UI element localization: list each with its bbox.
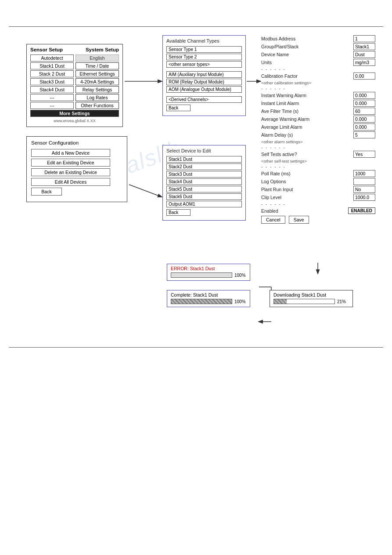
relay-btn[interactable]: Relay Settings — [76, 86, 119, 93]
other-types-btn[interactable]: <other sensor types> — [166, 61, 242, 68]
sensor-config-back-btn[interactable]: Back — [31, 188, 62, 196]
avg-warning-alarm-row: Average Warning Alarm 0.000 — [261, 116, 375, 123]
self-test-value[interactable]: Yes — [353, 151, 375, 158]
sensor-config-title: Sensor Configuration — [31, 140, 122, 145]
clip-level-row: Clip Level 1000.0 — [261, 194, 375, 201]
downloading-progress-bar-container: 21% — [273, 299, 349, 304]
error-progress-box: ERROR: Stack1 Dust 100% — [167, 264, 250, 281]
ss-row-3: Stack 2 Dust Ethernet Settings — [30, 70, 119, 77]
autodetect-btn[interactable]: Autodetect — [30, 54, 74, 62]
alarm-delay-label: Alarm Delay (s) — [261, 132, 353, 138]
modbus-address-label: Modbus Address — [261, 36, 353, 41]
alarm-delay-value[interactable]: 5 — [353, 131, 375, 138]
avg-warning-alarm-value[interactable]: 0.000 — [353, 116, 375, 123]
bottom-border — [9, 347, 383, 348]
downloading-progress-label: Downloading Stack1 Dust — [273, 292, 349, 297]
sensor-type1-btn[interactable]: Sensor Type 1 — [166, 46, 242, 53]
sensor-type2-btn[interactable]: Sensor Type 2 — [166, 54, 242, 60]
poll-rate-row: Poll Rate (ms) 1000 — [261, 170, 375, 177]
cancel-btn[interactable]: Cancel — [261, 216, 285, 224]
other-calibration-text: <other calibration settings> — [261, 80, 375, 85]
instant-warning-alarm-value[interactable]: 0.000 — [353, 92, 375, 99]
dotted-5: - - - - - - — [261, 202, 375, 207]
stack6dust-select-btn[interactable]: Stack6 Dust — [166, 193, 242, 200]
sensor-setup-header: Sensor Setup System Setup — [30, 47, 119, 52]
english-btn[interactable]: English — [76, 54, 119, 62]
units-row: Units mg/m3 — [261, 59, 375, 66]
ss-row-4: Stack3 Dust 4-20mA Settings — [30, 78, 119, 85]
enabled-label: Enabled — [261, 208, 348, 214]
dash2-btn[interactable]: --- — [30, 102, 74, 109]
device-name-value[interactable]: Dust — [353, 51, 375, 58]
stack1dust-btn[interactable]: Stack1 Dust — [30, 62, 74, 69]
error-progress-label: ERROR: Stack1 Dust — [171, 266, 246, 271]
top-border — [9, 26, 383, 27]
stack2dust-btn[interactable]: Stack 2 Dust — [30, 70, 74, 77]
timedate-btn[interactable]: Time / Date — [76, 62, 119, 69]
edit-all-btn[interactable]: Edit All Devices — [31, 178, 110, 186]
channel-types-back-btn[interactable]: Back — [166, 105, 191, 111]
ave-filter-time-value[interactable]: 60 — [353, 108, 375, 115]
stack5dust-select-btn[interactable]: Stack5 Dust — [166, 186, 242, 192]
plant-run-input-value[interactable]: No — [353, 186, 375, 193]
plant-run-input-label: Plant Run Input — [261, 187, 353, 192]
add-new-device-btn[interactable]: Add a New Device — [31, 149, 110, 157]
stack3dust-btn[interactable]: Stack3 Dust — [30, 78, 74, 85]
ave-filter-time-row: Ave Filter Time (s) 60 — [261, 108, 375, 115]
system-setup-title: System Setup — [86, 47, 119, 52]
complete-progress-label: Complete: Stack1 Dust — [171, 292, 246, 297]
group-plant-stack-value[interactable]: Stack1 — [353, 43, 375, 50]
calibration-factor-label: Calibration Factor — [261, 73, 353, 79]
channel-types-title: Available Channel Types — [166, 38, 242, 44]
ave-filter-time-label: Ave Filter Time (s) — [261, 109, 353, 114]
downloading-progress-box: Downloading Stack1 Dust 21% — [270, 290, 353, 307]
aom-btn[interactable]: AOM (Analogue Output Module) — [166, 86, 242, 93]
error-progress-bar-container: 100% — [171, 272, 246, 278]
complete-progress-pct: 100% — [234, 299, 246, 304]
ss-row-6: --- Log Rates — [30, 94, 119, 101]
poll-rate-label: Poll Rate (ms) — [261, 171, 353, 176]
stack4dust-select-btn[interactable]: Stack4 Dust — [166, 178, 242, 185]
select-device-title: Select Device to Edit — [166, 148, 242, 153]
poll-rate-value[interactable]: 1000 — [353, 170, 375, 177]
ethernet-btn[interactable]: Ethernet Settings — [76, 70, 119, 77]
svg-line-2 — [129, 185, 162, 197]
plant-run-input-row: Plant Run Input No — [261, 186, 375, 193]
alarm-delay-row: Alarm Delay (s) 5 — [261, 131, 375, 138]
complete-progress-box: Complete: Stack1 Dust 100% — [167, 290, 250, 307]
clip-level-value[interactable]: 1000.0 — [353, 194, 375, 201]
enabled-row: Enabled ENABLED — [261, 207, 375, 214]
complete-progress-bar-container: 100% — [171, 299, 246, 304]
logrates-btn[interactable]: Log Rates — [76, 94, 119, 101]
dash1-btn[interactable]: --- — [30, 94, 74, 101]
stack2dust-select-btn[interactable]: Stack2 Dust — [166, 163, 242, 170]
rom-btn[interactable]: ROM (Relay Output Module) — [166, 79, 242, 85]
moresettings-btn[interactable]: More Settings — [30, 110, 119, 117]
delete-existing-btn[interactable]: Delete an Existing Device — [31, 168, 110, 176]
dotted-2: - - - - - - — [261, 86, 375, 91]
select-device-box: Select Device to Edit Stack1 Dust Stack2… — [162, 145, 246, 221]
select-device-back-btn[interactable]: Back — [166, 209, 191, 216]
stack4dust-btn[interactable]: Stack4 Dust — [30, 86, 74, 93]
otherfunctions-btn[interactable]: Other Functions — [76, 102, 119, 109]
outputaom1-select-btn[interactable]: Output AOM1 — [166, 201, 242, 207]
enabled-btn[interactable]: ENABLED — [348, 207, 375, 214]
instant-warning-alarm-label: Instant Warning Alarm — [261, 93, 353, 98]
complete-progress-bar-outer — [171, 299, 232, 304]
instant-limit-alarm-value[interactable]: 0.000 — [353, 100, 375, 107]
modbus-address-row: Modbus Address 1 — [261, 35, 375, 42]
instant-limit-alarm-label: Instant Limit Alarm — [261, 101, 353, 106]
units-value[interactable]: mg/m3 — [353, 59, 375, 66]
stack1dust-select-btn[interactable]: Stack1 Dust — [166, 156, 242, 163]
calibration-factor-value[interactable]: 0.00 — [353, 73, 375, 80]
aim-btn[interactable]: AIM (Auxiliary Input Module) — [166, 71, 242, 78]
avg-limit-alarm-value[interactable]: 0.000 — [353, 123, 375, 131]
log-options-value[interactable] — [353, 178, 375, 185]
derived-btn[interactable]: <Derived Channels> — [166, 96, 242, 103]
complete-progress-bar-fill — [171, 299, 232, 304]
edit-existing-btn[interactable]: Edit an Existing Device — [31, 159, 110, 167]
stack3dust-select-btn[interactable]: Stack3 Dust — [166, 171, 242, 178]
modbus-address-value[interactable]: 1 — [353, 35, 375, 42]
420ma-btn[interactable]: 4-20mA Settings — [76, 78, 119, 85]
save-btn[interactable]: Save — [289, 216, 309, 224]
